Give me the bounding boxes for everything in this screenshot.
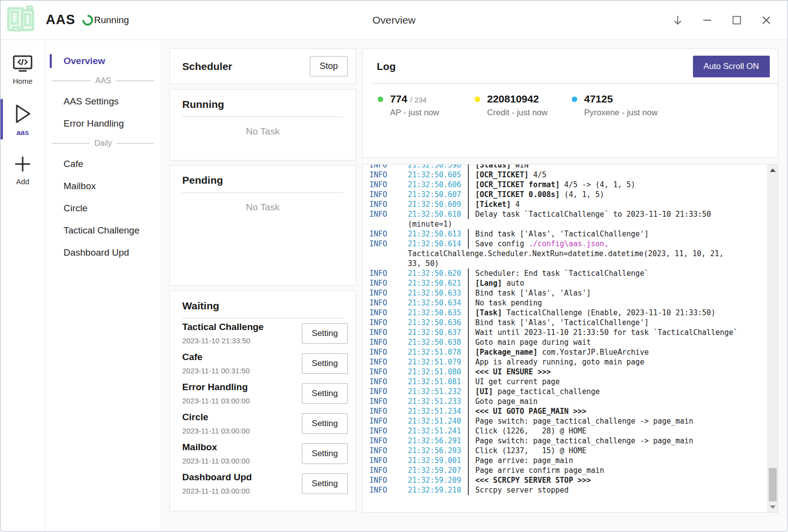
sidebar: OverviewAASAAS SettingsError HandlingDai… xyxy=(45,40,162,532)
log-segment: auto xyxy=(502,279,524,288)
sidebar-item-label: Error Handling xyxy=(64,118,124,129)
log-row: INFO21:32:59.207Page arrive confirm page… xyxy=(369,466,767,475)
sidebar-item-mailbox[interactable]: Mailbox xyxy=(45,176,161,197)
waiting-task: Error Handling2023-11-11 03:00:00Setting xyxy=(182,382,348,405)
log-level: INFO xyxy=(369,170,408,180)
log-timestamp: 21:32:50.607 xyxy=(408,190,468,200)
sidebar-item-label: Cafe xyxy=(64,159,83,169)
log-row: INFO21:32:51.241Click (1226, 28) @ HOME xyxy=(369,426,767,436)
sidebar-item-dashboard-upd[interactable]: Dashboard Upd xyxy=(45,242,161,263)
nav-rail: Home aas Add xyxy=(0,40,45,532)
rail-item-home[interactable]: Home xyxy=(0,49,45,90)
log-timestamp: 21:32:51.240 xyxy=(408,416,468,426)
task-info: Mailbox2023-11-11 03:00:00 xyxy=(182,442,250,465)
log-timestamp: 21:32:50.621 xyxy=(408,278,468,288)
up-arrow-icon xyxy=(770,168,776,172)
log-level: INFO xyxy=(369,397,408,406)
setting-button[interactable]: Setting xyxy=(302,353,348,374)
log-card: Log Auto Scroll ON 774/ 234AP - just now… xyxy=(362,48,778,158)
task-name: Error Handling xyxy=(182,382,250,393)
running-spinner-icon xyxy=(80,12,95,28)
rail-item-aas[interactable]: aas xyxy=(0,97,45,141)
sidebar-item-error-handling[interactable]: Error Handling xyxy=(45,113,161,134)
log-row: INFO21:32:50.613Bind task ['Alas', 'Tact… xyxy=(369,229,767,239)
pending-empty-text: No Task xyxy=(170,202,356,213)
sidebar-item-label: Overview xyxy=(64,56,105,66)
setting-button[interactable]: Setting xyxy=(302,443,348,464)
log-segment: [OCR_TICKET 0.008s] xyxy=(475,190,560,199)
autoscroll-button[interactable]: Auto Scroll ON xyxy=(693,56,770,77)
scroll-down-button[interactable] xyxy=(768,502,778,511)
log-level: INFO xyxy=(369,367,408,377)
setting-button[interactable]: Setting xyxy=(302,383,348,404)
play-icon xyxy=(13,103,33,125)
log-level: INFO xyxy=(369,337,408,347)
sidebar-item-aas-settings[interactable]: AAS Settings xyxy=(45,91,161,112)
sidebar-item-circle[interactable]: Circle xyxy=(45,198,161,219)
setting-button[interactable]: Setting xyxy=(302,413,348,434)
sidebar-item-overview[interactable]: Overview xyxy=(45,51,161,71)
setting-button[interactable]: Setting xyxy=(302,323,348,344)
log-segment: <<< SCRCPY SERVER STOP >>> xyxy=(475,476,591,485)
minimize-button[interactable] xyxy=(701,14,714,27)
log-segment: Bind task ['Alas', 'TacticalChallenge'] xyxy=(475,318,649,327)
scroll-up-button[interactable] xyxy=(768,166,778,174)
log-timestamp: 21:32:59.210 xyxy=(408,485,468,495)
log-level: INFO xyxy=(369,180,408,190)
log-segment: [OCR_TICKET format] xyxy=(475,180,560,189)
log-title: Log xyxy=(377,61,395,72)
log-segment: WIN xyxy=(511,164,528,169)
sidebar-item-cafe[interactable]: Cafe xyxy=(45,154,161,174)
log-timestamp: 21:32:50.620 xyxy=(408,268,468,278)
log-row: (minute=1) xyxy=(369,219,767,229)
log-segment: Bind task ['Alas', 'TacticalChallenge'] xyxy=(475,230,649,238)
log-level: INFO xyxy=(369,190,408,200)
log-timestamp: 21:32:59.207 xyxy=(408,466,468,475)
stat-body: 220810942Credit - just now xyxy=(487,93,548,118)
waiting-task: Dashboard Upd2023-11-11 03:00:00Setting xyxy=(182,472,348,495)
log-level: INFO xyxy=(369,387,408,397)
log-row: INFO21:32:50.614Save config ./config\aas… xyxy=(369,239,767,249)
log-timestamp: 21:32:50.598 xyxy=(408,164,468,170)
log-output[interactable]: INFO21:32:50.598[Status] WININFO21:32:50… xyxy=(362,164,778,513)
download-button[interactable] xyxy=(671,14,684,27)
log-message: [Status] WIN xyxy=(468,164,528,170)
pending-title: Pending xyxy=(170,174,356,186)
log-row: INFO21:32:51.079App is already running, … xyxy=(369,357,767,367)
close-button[interactable] xyxy=(760,14,773,27)
log-message: Click (1226, 28) @ HOME xyxy=(468,426,587,436)
maximize-button[interactable] xyxy=(730,14,743,27)
log-row: INFO21:32:50.620Scheduler: End task `Tac… xyxy=(369,268,767,278)
stop-button[interactable]: Stop xyxy=(310,56,348,76)
log-message: Goto main page during wait xyxy=(468,337,591,347)
setting-button[interactable]: Setting xyxy=(302,473,348,494)
log-message: UI get current page xyxy=(468,377,560,387)
task-info: Tactical Challenge2023-11-10 21:33:50 xyxy=(182,322,263,345)
log-level: INFO xyxy=(369,200,408,209)
log-segment: Goto main page during wait xyxy=(475,338,591,347)
stat-label: AP - just now xyxy=(390,108,439,118)
log-level: INFO xyxy=(369,416,408,426)
log-message: [Lang] auto xyxy=(468,278,524,288)
log-timestamp: 21:32:56.293 xyxy=(408,446,468,456)
sidebar-item-tactical-challenge[interactable]: Tactical Challenge xyxy=(45,220,161,241)
log-segment: [Task] xyxy=(475,308,502,317)
rail-item-add[interactable]: Add xyxy=(0,148,45,191)
task-name: Cafe xyxy=(182,352,250,363)
log-row: INFO21:32:51.240Page switch: page_tactic… xyxy=(369,416,767,426)
log-message: [OCR_TICKET] 4/5 xyxy=(468,170,547,180)
scroll-thumb[interactable] xyxy=(769,468,777,501)
log-level: INFO xyxy=(369,347,408,357)
log-segment: Page arrive confirm page_main xyxy=(475,466,604,475)
log-row: INFO21:32:51.234<<< UI GOTO PAGE_MAIN >>… xyxy=(369,406,767,416)
log-level: INFO xyxy=(369,268,408,278)
stat-body: 774/ 234AP - just now xyxy=(390,93,439,118)
log-scrollbar[interactable] xyxy=(767,165,778,512)
sidebar-item-label: Mailbox xyxy=(64,181,96,191)
log-level: INFO xyxy=(369,308,408,318)
log-level: INFO xyxy=(369,426,408,436)
log-timestamp: 21:32:59.001 xyxy=(408,456,468,466)
task-next-run: 2023-11-11 03:00:00 xyxy=(182,457,250,465)
log-level: INFO xyxy=(369,466,408,475)
log-level: INFO xyxy=(369,298,408,308)
